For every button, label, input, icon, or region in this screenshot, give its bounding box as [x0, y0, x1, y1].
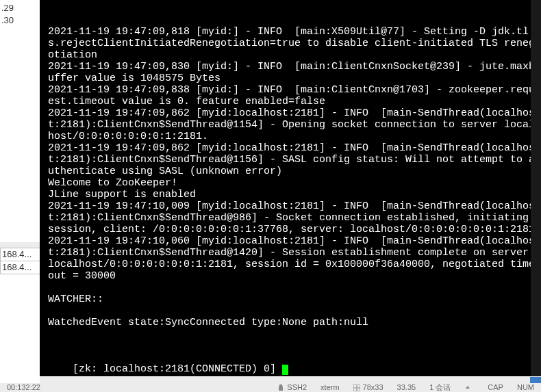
status-size-text: 78x33: [363, 383, 383, 391]
terminal-line: 2021-11-19 19:47:09,838 [myid:] - INFO […: [48, 84, 538, 107]
left-divider: [0, 242, 40, 248]
left-panel: .29 .30 168.4... 168.4...: [0, 0, 40, 383]
status-uparrow[interactable]: [457, 383, 481, 392]
left-number: .29: [1, 3, 14, 13]
grid-icon: [353, 384, 360, 391]
terminal-prompt-line[interactable]: [zk: localhost:2181(CONNECTED) 0]: [48, 352, 538, 376]
terminal-line: JLine support is enabled: [48, 189, 538, 200]
left-number: .30: [1, 15, 14, 25]
status-pos: 33.35: [390, 383, 423, 392]
terminal-line: 2021-11-19 19:47:10,009 [myid:localhost:…: [48, 200, 538, 235]
terminal-line: Welcome to ZooKeeper!: [48, 177, 538, 189]
status-term: xterm: [314, 383, 347, 392]
status-cap: CAP: [481, 383, 510, 392]
status-session: 1 会话: [423, 383, 457, 392]
terminal-line: 2021-11-19 19:47:09,862 [myid:localhost:…: [48, 142, 538, 177]
svg-rect-0: [279, 387, 283, 391]
terminal-line: 2021-11-19 19:47:09,862 [myid:localhost:…: [48, 107, 538, 142]
status-bar: 00:132:22 SSH2 xterm 78x33 33.35 1 会话 CA…: [0, 383, 541, 392]
terminal-line: 2021-11-19 19:47:10,060 [myid:localhost:…: [48, 235, 538, 282]
ip-cell[interactable]: 168.4...: [0, 248, 41, 261]
terminal-prompt: [zk: localhost:2181(CONNECTED) 0]: [73, 363, 282, 375]
lock-icon: [277, 384, 284, 391]
status-num: NUM: [510, 383, 541, 392]
terminal-output: 2021-11-19 19:47:09,818 [myid:] - INFO […: [48, 26, 538, 328]
status-ssh: SSH2: [270, 383, 314, 392]
terminal-line: [48, 305, 538, 317]
terminal-line: [48, 282, 538, 293]
terminal-line: 2021-11-19 19:47:09,830 [myid:] - INFO […: [48, 61, 538, 84]
ip-cell[interactable]: 168.4...: [0, 261, 41, 274]
terminal-line: 2021-11-19 19:47:09,818 [myid:] - INFO […: [48, 26, 538, 61]
status-time: 00:132:22: [0, 383, 47, 392]
terminal[interactable]: 2021-11-19 19:47:09,818 [myid:] - INFO […: [40, 0, 541, 376]
status-size: 78x33: [347, 383, 390, 392]
terminal-scrollbar[interactable]: [531, 0, 541, 376]
terminal-line: WatchedEvent state:SyncConnected type:No…: [48, 317, 538, 328]
cursor: [282, 365, 288, 375]
left-empty: [0, 274, 40, 383]
status-ssh-text: SSH2: [287, 383, 307, 391]
up-arrow-icon: [464, 384, 471, 391]
terminal-line: WATCHER::: [48, 293, 538, 305]
